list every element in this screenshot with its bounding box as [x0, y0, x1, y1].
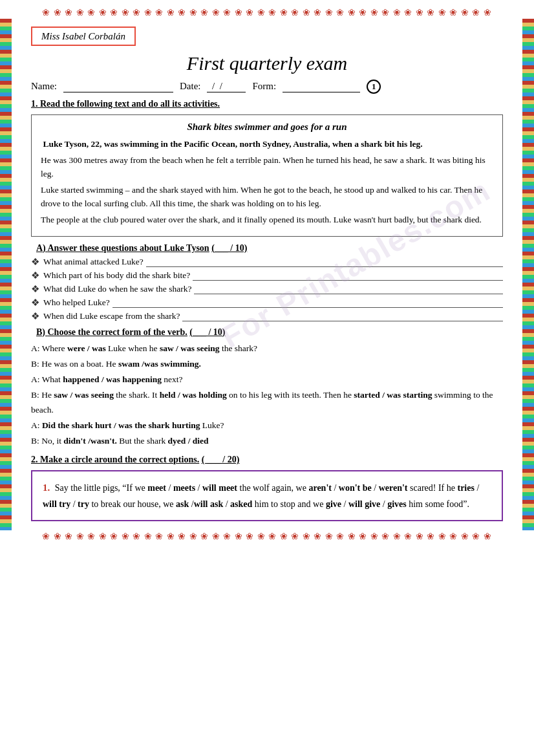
article-para-3: Luke started swimming – and the shark st… [41, 184, 493, 211]
article-box: Shark bites swimmer and goes for a run L… [31, 114, 503, 237]
article-para-1: Luke Tyson, 22, was swimming in the Paci… [41, 138, 493, 151]
section-a-title: Answer these questions about Luke Tyson [48, 243, 209, 253]
question-2: ❖ Which part of his body did the shark b… [31, 270, 503, 281]
section-a-header: A) Answer these questions about Luke Tys… [36, 243, 503, 254]
article-title: Shark bites swimmer and goes for a run [41, 122, 493, 133]
question-4: ❖ Who helped Luke? [31, 297, 503, 308]
section-b-title: Choose the correct form of the verb. [48, 327, 187, 337]
bullet-5: ❖ [31, 310, 39, 322]
top-border: ❀ ❀ ❀ ❀ ❀ ❀ ❀ ❀ ❀ ❀ ❀ ❀ ❀ ❀ ❀ ❀ ❀ ❀ ❀ ❀ … [0, 6, 534, 19]
question-number: 1 [367, 80, 381, 94]
bottom-border: ❀ ❀ ❀ ❀ ❀ ❀ ❀ ❀ ❀ ❀ ❀ ❀ ❀ ❀ ❀ ❀ ❀ ❀ ❀ ❀ … [0, 530, 534, 543]
instruction-1: 1. Read the following text and do all it… [31, 99, 503, 109]
name-label: Name: [31, 81, 57, 92]
verb-line-6: B: No, it didn't /wasn't. But the shark … [31, 434, 503, 448]
verb-line-2: B: He was on a boat. He swam /was swimmi… [31, 357, 503, 371]
date-field[interactable]: / / [207, 81, 246, 92]
q4-text: Who helped Luke? [43, 297, 110, 308]
purple-exercise-text: 1. Say the little pigs, “If we meet / me… [43, 479, 491, 512]
teacher-name: Miss Isabel Corbalán [41, 31, 125, 41]
questions-list: ❖ What animal attacked Luke? ❖ Which par… [31, 256, 503, 322]
q5-answer[interactable] [182, 311, 503, 321]
q1-text: What animal attacked Luke? [43, 257, 144, 267]
bullet-2: ❖ [31, 270, 39, 281]
name-field[interactable] [63, 81, 173, 92]
instruction-1-text: Read the following text and do all its a… [40, 99, 220, 109]
article-para-4: The people at the club poured water over… [41, 213, 493, 227]
form-label: Form: [252, 81, 276, 92]
q2-text: Which part of his body did the shark bit… [43, 270, 190, 281]
verb-line-5: A: Did the shark hurt / was the shark hu… [31, 418, 503, 433]
section-b-score: (___ / 10) [189, 327, 225, 337]
verb-line-3: A: What happened / was happening next? [31, 373, 503, 387]
article-text: Luke Tyson, 22, was swimming in the Paci… [41, 138, 493, 227]
bullet-4: ❖ [31, 297, 39, 308]
page: ❀ ❀ ❀ ❀ ❀ ❀ ❀ ❀ ❀ ❀ ❀ ❀ ❀ ❀ ❀ ❀ ❀ ❀ ❀ ❀ … [0, 0, 534, 756]
question-5: ❖ When did Luke escape from the shark? [31, 310, 503, 322]
question-1: ❖ What animal attacked Luke? [31, 256, 503, 268]
purple-exercise-box: 1. Say the little pigs, “If we meet / me… [31, 470, 503, 521]
article-para-2: He was 300 metres away from the beach wh… [41, 154, 493, 181]
bullet-1: ❖ [31, 256, 39, 268]
left-border [0, 19, 12, 530]
instruction-1-number: 1. [31, 99, 40, 109]
right-border [522, 19, 534, 530]
section-a-label: A) [36, 243, 48, 253]
exam-title: First quarterly exam [31, 52, 503, 74]
bullet-3: ❖ [31, 283, 39, 295]
q3-text: What did Luke do when he saw the shark? [43, 284, 191, 294]
verb-section: A: Where were / was Luke when he saw / w… [31, 341, 503, 449]
teacher-box: Miss Isabel Corbalán [31, 27, 136, 46]
q1-answer[interactable] [146, 257, 503, 267]
exercise-number: 1. [43, 482, 50, 493]
question-3: ❖ What did Luke do when he saw the shark… [31, 283, 503, 295]
verb-line-4: B: He saw / was seeing the shark. It hel… [31, 388, 503, 417]
section-b-label: B) [36, 327, 48, 337]
verb-line-1: A: Where were / was Luke when he saw / w… [31, 341, 503, 356]
instruction-2: 2. Make a circle around the correct opti… [31, 455, 503, 465]
q3-answer[interactable] [194, 284, 503, 294]
q2-answer[interactable] [193, 270, 503, 281]
instruction-2-score: ( ___ / 20) [202, 455, 240, 464]
q5-text: When did Luke escape from the shark? [43, 311, 180, 321]
section-b-header: B) Choose the correct form of the verb. … [36, 327, 503, 338]
instruction-2-text: Make a circle around the correct options… [40, 455, 199, 464]
form-field-input[interactable] [283, 81, 360, 92]
q4-answer[interactable] [112, 297, 503, 308]
form-line: Name: Date: / / Form: 1 [31, 80, 503, 94]
section-a-score: (___ / 10) [211, 243, 247, 253]
date-label: Date: [180, 81, 200, 92]
instruction-2-number: 2. [31, 455, 40, 464]
